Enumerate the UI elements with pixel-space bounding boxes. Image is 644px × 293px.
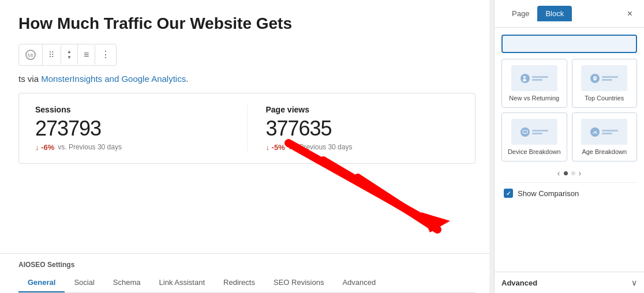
pageviews-label: Page views (266, 105, 459, 114)
drag-icon: ⠿ (48, 50, 55, 59)
sidebar-header: Page Block × (495, 0, 644, 28)
svg-line-3 (323, 160, 436, 227)
age-icon (590, 127, 600, 137)
chevron-down-icon: ∨ (631, 278, 637, 287)
tab-redirects[interactable]: Redirects (214, 273, 264, 292)
editor-content: How Much Traffic Our Website Gets MI ⠿ ▲… (0, 0, 494, 244)
tab-page[interactable]: Page (504, 6, 537, 21)
svg-line-4 (358, 178, 437, 230)
tab-general[interactable]: General (18, 273, 65, 292)
pagination-dot-1[interactable] (564, 171, 568, 175)
editor-scrollbar[interactable] (489, 0, 494, 293)
more-icon: ⋮ (101, 49, 110, 60)
block-label-top-countries: Top Countries (585, 95, 624, 102)
blocks-grid: New vs Returning Top Countries (501, 59, 637, 161)
pageviews-block: Page views 377635 ↓ -5% vs. Previous 30 … (266, 105, 459, 152)
more-button[interactable]: ⋮ (95, 44, 116, 65)
users-icon (521, 74, 530, 83)
sessions-value: 273793 (35, 117, 229, 141)
aioseo-tabs: General Social Schema Link Assistant Red… (18, 273, 475, 293)
svg-point-7 (523, 79, 526, 81)
tab-link-assistant[interactable]: Link Assistant (150, 273, 215, 292)
close-button[interactable]: × (625, 7, 635, 20)
tab-schema[interactable]: Schema (104, 273, 150, 292)
move-button[interactable]: ▲ ▼ (61, 44, 78, 65)
new-vs-returning-icon (511, 65, 557, 91)
move-icon: ▲ ▼ (67, 49, 72, 60)
drag-handle[interactable]: ⠿ (43, 46, 61, 64)
show-comparison-label: Show Comparison (518, 189, 579, 198)
block-label-age-breakdown: Age Breakdown (582, 148, 627, 155)
aioseo-settings: AIOSEO Settings General Social Schema Li… (0, 253, 494, 293)
device-breakdown-icon (511, 119, 557, 145)
block-description: ts via MonsterInsights and Google Analyt… (18, 74, 475, 84)
sessions-change: ↓ -6% (35, 143, 54, 152)
sessions-block: Sessions 273793 ↓ -6% vs. Previous 30 da… (35, 105, 229, 152)
block-toolbar: MI ⠿ ▲ ▼ ≡ ⋮ (18, 44, 117, 66)
monsterinsights-link[interactable]: MonsterInsights and Google Analytics (41, 74, 186, 84)
location-icon (590, 74, 600, 83)
align-button[interactable]: ≡ (78, 45, 95, 65)
selected-block-indicator (501, 35, 637, 53)
device-icon (521, 127, 530, 137)
stats-card: Sessions 273793 ↓ -6% vs. Previous 30 da… (18, 93, 475, 164)
pageviews-vs: vs. Previous 30 days (289, 143, 353, 151)
sidebar-content[interactable]: New vs Returning Top Countries (495, 28, 644, 272)
next-page-arrow[interactable]: › (579, 168, 582, 178)
svg-point-6 (523, 76, 526, 78)
block-icon: MI (19, 44, 43, 65)
advanced-section[interactable]: Advanced ∨ (495, 272, 644, 293)
pageviews-value: 377635 (266, 117, 459, 141)
svg-rect-10 (525, 133, 526, 134)
pageviews-change: ↓ -5% (266, 143, 285, 152)
show-comparison: Show Comparison (501, 182, 637, 204)
block-new-vs-returning[interactable]: New vs Returning (501, 59, 567, 108)
sessions-label: Sessions (35, 105, 229, 114)
block-age-breakdown[interactable]: Age Breakdown (572, 112, 638, 161)
pagination: ‹ › (501, 168, 637, 178)
sidebar-panel: Page Block × (494, 0, 644, 293)
tab-block[interactable]: Block (537, 6, 572, 21)
page-title: How Much Traffic Our Website Gets (18, 14, 475, 33)
tab-advanced[interactable]: Advanced (333, 273, 385, 292)
svg-rect-9 (523, 130, 527, 133)
sidebar-tabs: Page Block (504, 6, 572, 21)
pagination-dot-2[interactable] (571, 171, 575, 175)
sessions-comparison: ↓ -6% vs. Previous 30 days (35, 143, 229, 152)
block-top-countries[interactable]: Top Countries (572, 59, 638, 108)
show-comparison-checkbox[interactable] (504, 189, 513, 198)
aioseo-label: AIOSEO Settings (18, 261, 475, 269)
editor-area: How Much Traffic Our Website Gets MI ⠿ ▲… (0, 0, 494, 293)
block-label-new-vs-returning: New vs Returning (509, 95, 559, 102)
tab-seo-revisions[interactable]: SEO Revisions (264, 273, 333, 292)
block-label-device-breakdown: Device Breakdown (508, 148, 561, 155)
tab-social[interactable]: Social (65, 273, 103, 292)
age-breakdown-icon (581, 119, 627, 145)
top-countries-icon (581, 65, 627, 91)
prev-page-arrow[interactable]: ‹ (557, 168, 560, 178)
advanced-label: Advanced (501, 279, 537, 287)
block-device-breakdown[interactable]: Device Breakdown (501, 112, 567, 161)
svg-text:MI: MI (28, 52, 33, 58)
svg-point-8 (594, 77, 596, 78)
svg-marker-5 (421, 212, 450, 232)
pageviews-comparison: ↓ -5% vs. Previous 30 days (266, 143, 459, 152)
stats-divider (247, 105, 248, 151)
align-icon: ≡ (84, 50, 89, 60)
sessions-vs: vs. Previous 30 days (58, 143, 122, 151)
